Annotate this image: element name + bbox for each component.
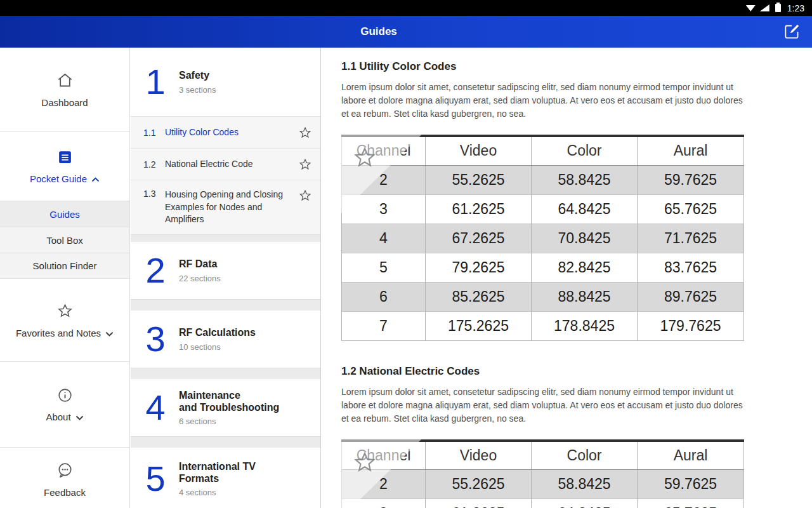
channel-table: ChannelVideoColorAural 255.262558.842559… xyxy=(341,439,744,508)
section-paragraph: Lorem ipsum dolor sit amet, consetetur s… xyxy=(341,385,750,425)
sidebar-item-label: Guides xyxy=(49,209,80,220)
chapter-number: 3 xyxy=(143,321,167,357)
table-cell: 71.7625 xyxy=(638,224,744,253)
chapter-item-safety[interactable]: 1 Safety 3 sections xyxy=(131,48,320,116)
chapter-number: 2 xyxy=(143,253,167,288)
chapter-section-count: 10 sections xyxy=(179,342,256,352)
table-row: 7175.2625178.8425179.7625 xyxy=(342,311,744,340)
sidebar-item-about[interactable]: About xyxy=(0,362,129,448)
favorite-star-icon[interactable] xyxy=(298,189,312,203)
table-cell: 64.8425 xyxy=(532,194,638,224)
sidebar-item-label: Dashboard xyxy=(41,97,88,108)
table-cell: 70.8425 xyxy=(532,224,638,253)
table-row: 685.262588.842589.7625 xyxy=(342,282,744,311)
table-cell: 7 xyxy=(342,311,426,340)
table-header-cell: Aural xyxy=(638,441,744,470)
table-cell: 178.8425 xyxy=(532,311,638,340)
sidebar-item-label: Feedback xyxy=(44,487,86,498)
table-cell: 2 xyxy=(342,470,426,499)
chapter-title: RF Calculations xyxy=(179,326,256,338)
star-icon xyxy=(56,302,74,322)
home-icon xyxy=(56,72,74,91)
favorite-star-icon[interactable] xyxy=(298,157,312,171)
battery-icon xyxy=(775,4,781,12)
table-cell: 59.7625 xyxy=(638,165,744,194)
wifi-icon xyxy=(746,4,756,11)
edit-button[interactable] xyxy=(783,23,801,41)
page-title: Guides xyxy=(0,16,757,48)
channel-table-wrap: ChannelVideoColorAural 255.262558.842559… xyxy=(341,135,743,341)
status-time: 1:23 xyxy=(787,3,804,13)
sidebar-item-label: Pocket Guide xyxy=(30,173,87,184)
table-cell: 65.7625 xyxy=(638,499,744,508)
table-cell: 58.8425 xyxy=(532,470,638,499)
table-header-cell: Color xyxy=(532,441,638,470)
section-title: Utility Color Codes xyxy=(165,126,285,139)
table-cell: 2 xyxy=(342,165,426,194)
pocket-guide-icon xyxy=(57,149,73,168)
chapter-item-rf-calculations[interactable]: 3 RF Calculations 10 sections xyxy=(131,311,320,368)
section-number: 1.1 xyxy=(143,128,165,138)
table-cell: 3 xyxy=(342,194,426,224)
section-number: 1.2 xyxy=(143,159,165,170)
table-row: 579.262582.842583.7625 xyxy=(342,253,744,282)
chapter-number: 4 xyxy=(143,390,167,425)
table-cell: 175.2625 xyxy=(426,311,532,340)
chapter-card-5: 5 International TV Formats 4 sections xyxy=(131,448,320,508)
table-cell: 61.2625 xyxy=(426,194,532,224)
table-cell: 55.2625 xyxy=(426,165,532,194)
section-item-1-2[interactable]: 1.2 National Electric Code xyxy=(131,148,320,180)
sidebar-item-label: Tool Box xyxy=(46,235,83,246)
chevron-up-icon xyxy=(91,173,100,184)
toc-panel: 1 Safety 3 sections 1.1 Utility Color Co… xyxy=(131,48,321,508)
section-item-1-3[interactable]: 1.3 Housing Opening and Closing Examples… xyxy=(131,180,320,234)
chapter-number: 5 xyxy=(143,461,167,497)
table-cell: 6 xyxy=(342,282,426,311)
chapter-card-3: 3 RF Calculations 10 sections xyxy=(131,311,320,368)
chapter-title: RF Data xyxy=(179,258,221,270)
table-row: 361.262564.842565.7625 xyxy=(342,194,744,224)
section-item-1-1[interactable]: 1.1 Utility Color Codes xyxy=(131,116,320,148)
table-cell: 4 xyxy=(342,224,426,253)
table-cell: 61.2625 xyxy=(426,499,532,508)
table-cell: 55.2625 xyxy=(426,470,532,499)
sidebar-item-favorites[interactable]: Favorites and Notes xyxy=(0,279,129,362)
sidebar-item-label: Favorites and Notes xyxy=(16,328,101,338)
status-bar: 1:23 xyxy=(0,0,812,16)
chapter-section-count: 4 sections xyxy=(179,488,256,497)
table-header-cell: Aural xyxy=(638,136,744,165)
table-cell: 82.8425 xyxy=(532,253,638,282)
channel-table-wrap: ChannelVideoColorAural 255.262558.842559… xyxy=(341,439,743,508)
section-paragraph: Lorem ipsum dolor sit amet, consetetur s… xyxy=(341,81,750,121)
favorite-star-icon[interactable] xyxy=(298,126,312,140)
chevron-down-icon xyxy=(105,328,114,338)
table-cell: 67.2625 xyxy=(426,224,532,253)
table-cell: 5 xyxy=(342,253,426,282)
sidebar-item-pocket-guide[interactable]: Pocket Guide xyxy=(0,132,129,201)
chapter-item-maintenance[interactable]: 4 Maintenance and Troubleshooting 6 sect… xyxy=(131,379,320,436)
sidebar-item-guides[interactable]: Guides xyxy=(0,201,129,227)
edit-icon xyxy=(783,31,801,42)
chapter-section-count: 6 sections xyxy=(179,417,279,426)
chapter-number: 1 xyxy=(143,64,167,100)
table-cell: 79.2625 xyxy=(426,253,532,282)
table-header-cell: Channel xyxy=(342,136,426,165)
chapter-item-international-tv[interactable]: 5 International TV Formats 4 sections xyxy=(131,448,320,508)
table-header-row: ChannelVideoColorAural xyxy=(342,441,744,470)
sidebar-item-solution-finder[interactable]: Solution Finder xyxy=(0,253,129,279)
table-cell: 83.7625 xyxy=(638,253,744,282)
table-cell: 58.8425 xyxy=(532,165,638,194)
table-row: 255.262558.842559.7625 xyxy=(342,165,744,194)
chapter-item-rf-data[interactable]: 2 RF Data 22 sections xyxy=(131,242,320,299)
table-row: 361.262564.842565.7625 xyxy=(342,499,744,508)
table-cell: 65.7625 xyxy=(638,194,744,224)
section-number: 1.3 xyxy=(143,189,165,199)
sidebar-item-tool-box[interactable]: Tool Box xyxy=(0,227,129,253)
table-header-cell: Video xyxy=(426,136,532,165)
table-row: 467.262570.842571.7625 xyxy=(342,224,744,253)
sidebar-item-dashboard[interactable]: Dashboard xyxy=(0,48,129,132)
chapter-title: Maintenance and Troubleshooting xyxy=(179,389,279,413)
chapter-section-count: 3 sections xyxy=(179,85,216,95)
chapter-card-1: 1 Safety 3 sections 1.1 Utility Color Co… xyxy=(131,48,320,235)
sidebar-item-feedback[interactable]: Feedback xyxy=(0,448,129,508)
